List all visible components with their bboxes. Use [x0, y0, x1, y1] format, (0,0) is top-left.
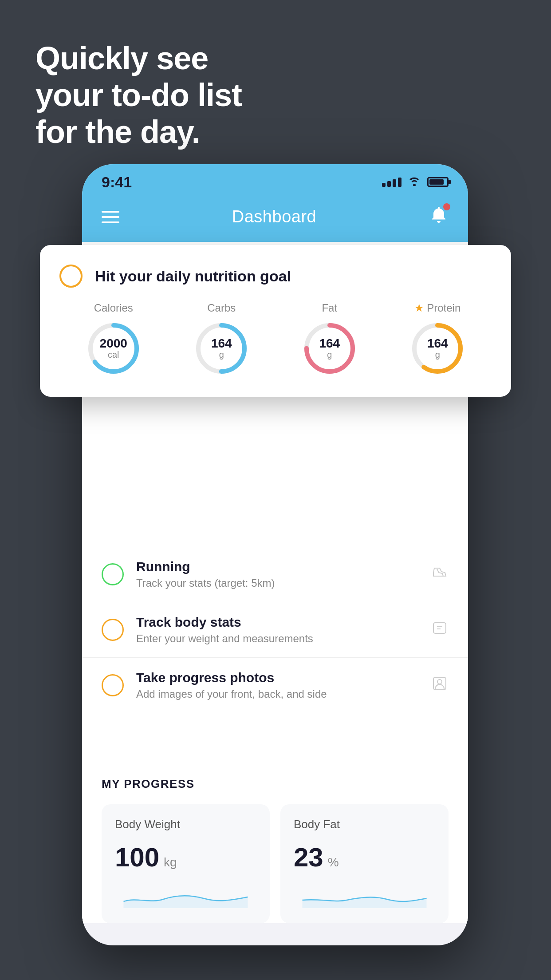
- calories-unit: cal: [100, 350, 127, 360]
- body-weight-unit: kg: [164, 855, 177, 869]
- shoe-icon: [431, 564, 449, 585]
- fat-donut: 164 g: [301, 320, 358, 377]
- todo-subtitle-progress-photos: Add images of your front, back, and side: [136, 688, 418, 700]
- todo-title-body-stats: Track body stats: [136, 615, 418, 630]
- hero-line2: your to-do list: [35, 77, 242, 113]
- progress-title: MY PROGRESS: [102, 777, 449, 791]
- body-fat-label: Body Fat: [294, 818, 435, 831]
- todo-check-progress-photos[interactable]: [102, 674, 124, 696]
- progress-cards: Body Weight 100 kg Body Fat 2: [102, 804, 449, 923]
- notification-dot: [443, 203, 450, 210]
- calories-donut: 2000 cal: [85, 320, 142, 377]
- status-icons: [382, 175, 449, 189]
- body-fat-value: 23: [294, 842, 323, 873]
- todo-title-running: Running: [136, 559, 418, 574]
- app-header: Dashboard: [82, 196, 468, 242]
- nutrition-card[interactable]: Hit your daily nutrition goal Calories 2…: [40, 245, 511, 397]
- todo-subtitle-body-stats: Enter your weight and measurements: [136, 632, 418, 645]
- body-fat-chart: [294, 881, 435, 908]
- body-weight-value: 100: [115, 842, 159, 873]
- status-bar: 9:41: [82, 164, 468, 196]
- nutrition-grid: Calories 2000 cal Carbs: [59, 302, 492, 377]
- hero-line1: Quickly see: [35, 40, 208, 76]
- todo-check-running[interactable]: [102, 563, 124, 585]
- fat-unit: g: [319, 350, 340, 360]
- signal-icon: [382, 178, 401, 187]
- todo-list: Running Track your stats (target: 5km) T…: [82, 547, 468, 713]
- hero-headline: Quickly see your to-do list for the day.: [35, 40, 242, 150]
- svg-rect-0: [433, 623, 446, 633]
- todo-title-progress-photos: Take progress photos: [136, 670, 418, 685]
- calories-label: Calories: [94, 302, 133, 314]
- person-icon: [431, 675, 449, 696]
- protein-label: ★ Protein: [414, 302, 460, 314]
- protein-donut: 164 g: [409, 320, 466, 377]
- nutrition-fat: Fat 164 g: [301, 302, 358, 377]
- body-weight-label: Body Weight: [115, 818, 256, 831]
- scale-icon: [431, 619, 449, 641]
- status-time: 9:41: [102, 174, 132, 191]
- calories-value: 2000: [100, 337, 127, 350]
- carbs-donut: 164 g: [193, 320, 250, 377]
- todo-subtitle-running: Track your stats (target: 5km): [136, 577, 418, 589]
- todo-item-progress-photos[interactable]: Take progress photos Add images of your …: [82, 658, 468, 713]
- body-weight-chart: [115, 881, 256, 908]
- progress-section: MY PROGRESS Body Weight 100 kg: [82, 758, 468, 923]
- header-title: Dashboard: [232, 207, 316, 226]
- nutrition-protein: ★ Protein 164 g: [409, 302, 466, 377]
- battery-icon: [427, 177, 449, 187]
- svg-point-2: [437, 680, 442, 684]
- hero-line3: for the day.: [35, 114, 200, 150]
- fat-label: Fat: [322, 302, 337, 314]
- todo-item-body-stats[interactable]: Track body stats Enter your weight and m…: [82, 602, 468, 658]
- carbs-value: 164: [211, 337, 232, 350]
- protein-value: 164: [427, 337, 448, 350]
- todo-item-running[interactable]: Running Track your stats (target: 5km): [82, 547, 468, 602]
- star-icon: ★: [414, 302, 424, 314]
- todo-check-body-stats[interactable]: [102, 619, 124, 641]
- protein-unit: g: [427, 350, 448, 360]
- nutrition-carbs: Carbs 164 g: [193, 302, 250, 377]
- nutrition-calories: Calories 2000 cal: [85, 302, 142, 377]
- carbs-unit: g: [211, 350, 232, 360]
- wifi-icon: [408, 175, 421, 189]
- hamburger-menu[interactable]: [102, 211, 119, 223]
- body-fat-unit: %: [328, 855, 339, 869]
- notification-bell[interactable]: [429, 205, 449, 229]
- nutrition-circle-check: [59, 265, 83, 288]
- body-weight-card[interactable]: Body Weight 100 kg: [102, 804, 270, 923]
- nutrition-card-title: Hit your daily nutrition goal: [95, 268, 291, 285]
- carbs-label: Carbs: [207, 302, 236, 314]
- body-fat-card[interactable]: Body Fat 23 %: [280, 804, 449, 923]
- fat-value: 164: [319, 337, 340, 350]
